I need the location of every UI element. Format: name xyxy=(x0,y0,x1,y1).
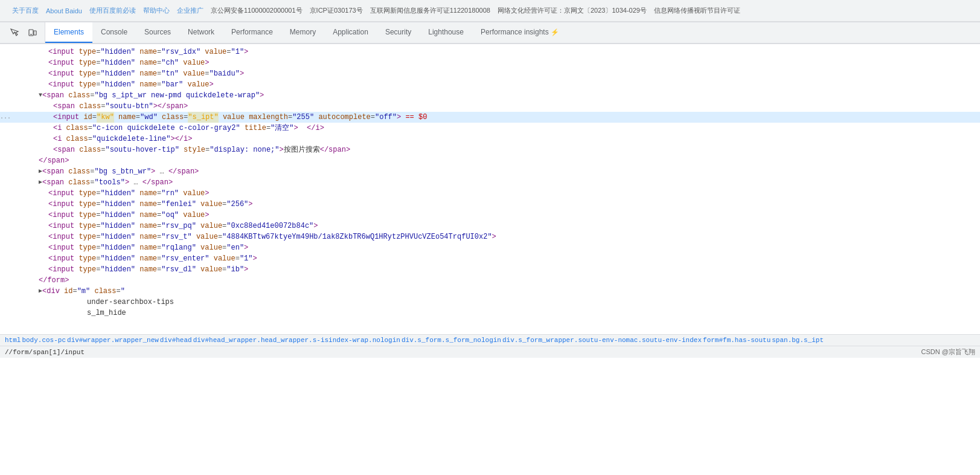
topbar-culture-license: 网络文化经营许可证：京网文〔2023〕1034-029号 xyxy=(498,6,647,15)
html-line: <input type="hidden" name="rqlang" value… xyxy=(0,242,980,253)
tab-lighthouse[interactable]: Lighthouse xyxy=(420,22,472,43)
elements-panel: <input type="hidden" name="rsv_idx" valu… xyxy=(0,44,980,334)
tab-console[interactable]: Console xyxy=(92,22,136,43)
breadcrumb-head-wrapper[interactable]: div#head_wrapper.head_wrapper.s-isindex-… xyxy=(193,337,400,344)
html-line: <span class="soutu-hover-tip" style="dis… xyxy=(0,144,980,155)
topbar-broadcast-license: 信息网络传播视听节目许可证 xyxy=(654,6,740,15)
html-line: ▼ <span class="bg s_ipt_wr new-pmd quick… xyxy=(0,90,980,101)
html-line: <input type="hidden" name="fenlei" value… xyxy=(0,199,980,210)
tab-performance-insights[interactable]: Performance insights ⚡ xyxy=(472,22,568,43)
breadcrumb-span-bg[interactable]: span.bg.s_ipt xyxy=(772,337,824,344)
html-line: <input type="hidden" name="ch" value> xyxy=(0,57,980,68)
topbar-enterprise[interactable]: 企业推广 xyxy=(177,6,203,15)
html-line-selected: ... <input id="kw" name="wd" class="s_ip… xyxy=(0,112,980,123)
tab-sources[interactable]: Sources xyxy=(136,22,179,43)
html-line: </form> xyxy=(0,275,980,286)
topbar: 关于百度 About Baidu 使用百度前必读 帮助中心 企业推广 京公网安备… xyxy=(0,0,980,22)
html-line: <input type="hidden" name="rn" value> xyxy=(0,188,980,199)
topbar-about-baidu-en[interactable]: About Baidu xyxy=(46,7,82,15)
devtools-icon-group xyxy=(2,22,45,43)
html-line: <input type="hidden" name="tn" value="ba… xyxy=(0,68,980,79)
topbar-about-baidu[interactable]: 关于百度 xyxy=(12,6,39,15)
html-line: <input type="hidden" name="rsv_t" value=… xyxy=(0,231,980,242)
topbar-beian: 京公网安备11000002000001号 xyxy=(211,6,303,15)
html-line: <input type="hidden" name="rsv_idx" valu… xyxy=(0,47,980,57)
html-line: <input type="hidden" name="rsv_dl" value… xyxy=(0,264,980,275)
html-line: </span> xyxy=(0,155,980,166)
html-line: ▶ <span class="tools"> … </span> xyxy=(0,177,980,188)
breadcrumb-body[interactable]: body.cos-pc xyxy=(22,337,66,344)
breadcrumb-bar: html body.cos-pc div#wrapper.wrapper_new… xyxy=(0,334,980,346)
topbar-news-license: 互联网新闻信息服务许可证11220180008 xyxy=(370,6,490,15)
breadcrumb-html[interactable]: html xyxy=(5,337,21,344)
inspect-element-icon[interactable] xyxy=(7,25,22,40)
device-toolbar-icon[interactable] xyxy=(25,25,40,40)
devtools-toolbar: Elements Console Sources Network Perform… xyxy=(0,22,980,44)
breadcrumb-head[interactable]: div#head xyxy=(160,337,192,344)
breadcrumb-s-form-wrapper[interactable]: div.s_form_wrapper.soutu-env-nomac.soutu… xyxy=(502,337,702,344)
topbar-help[interactable]: 帮助中心 xyxy=(143,6,170,15)
html-line: s_lm_hide xyxy=(0,308,980,318)
html-line: <input type="hidden" name="oq" value> xyxy=(0,210,980,221)
tab-application[interactable]: Application xyxy=(324,22,377,43)
xpath-display: //form/span[1]/input xyxy=(5,349,85,356)
tab-network[interactable]: Network xyxy=(179,22,223,43)
breadcrumb-wrapper[interactable]: div#wrapper.wrapper_new xyxy=(67,337,159,344)
html-line: <i class="quickdelete-line"></i> xyxy=(0,134,980,144)
topbar-terms[interactable]: 使用百度前必读 xyxy=(89,6,136,15)
tab-memory[interactable]: Memory xyxy=(281,22,324,43)
tab-elements[interactable]: Elements xyxy=(45,22,92,43)
breadcrumb-form[interactable]: form#fm.has-soutu xyxy=(703,337,770,344)
html-line: ▶ <div id="m" class=" xyxy=(0,286,980,297)
breadcrumb-s-form[interactable]: div.s_form.s_form_nologin xyxy=(402,337,501,344)
tab-security[interactable]: Security xyxy=(377,22,420,43)
html-line: <input type="hidden" name="bar" value> xyxy=(0,79,980,90)
html-line: <i class="c-icon quickdelete c-color-gra… xyxy=(0,123,980,134)
html-line: <span class="soutu-btn"></span> xyxy=(0,101,980,112)
status-bar: //form/span[1]/input CSDN @宗旨飞翔 xyxy=(0,346,980,358)
tab-performance[interactable]: Performance xyxy=(223,22,281,43)
insights-icon: ⚡ xyxy=(551,28,559,36)
devtools-tabs: Elements Console Sources Network Perform… xyxy=(45,22,568,43)
html-line: under-searchbox-tips xyxy=(0,297,980,308)
topbar-icp: 京ICP证030173号 xyxy=(310,6,363,15)
svg-rect-1 xyxy=(34,31,36,35)
devtools-panel: Elements Console Sources Network Perform… xyxy=(0,22,980,358)
html-line: <input type="hidden" name="rsv_pq" value… xyxy=(0,221,980,231)
status-credit: CSDN @宗旨飞翔 xyxy=(921,347,975,357)
line-dot: ... xyxy=(0,112,10,123)
html-line: <input type="hidden" name="rsv_enter" va… xyxy=(0,253,980,264)
html-line: ▶ <span class="bg s_btn_wr"> … </span> xyxy=(0,166,980,177)
